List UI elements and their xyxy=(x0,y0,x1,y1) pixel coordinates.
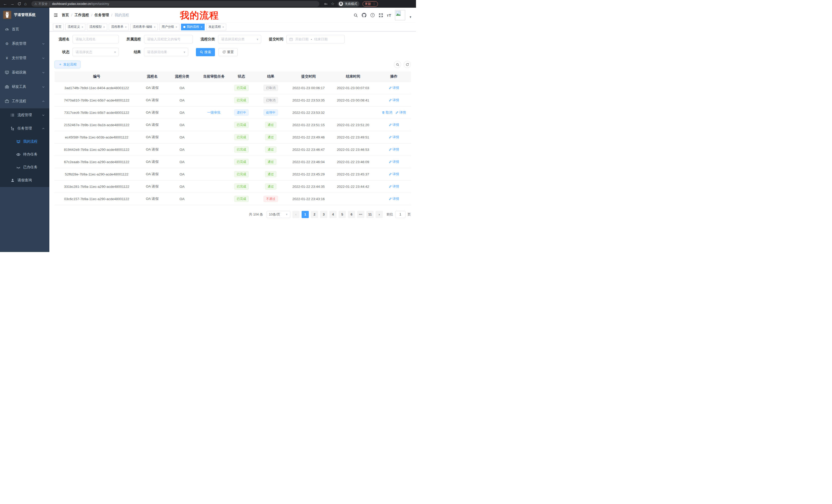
tab-home[interactable]: 首页 xyxy=(53,24,64,30)
detail-link[interactable]: 详情 xyxy=(395,110,406,115)
tab-user-group[interactable]: 用户分组× xyxy=(159,24,179,30)
category-select[interactable]: ▼ xyxy=(218,35,261,44)
prev-page-button[interactable]: ‹ xyxy=(292,211,300,218)
detail-link[interactable]: 详情 xyxy=(389,172,399,176)
submit-time-range-picker[interactable]: 开始日期 - 结束日期 xyxy=(286,35,344,44)
avatar-menu-caret[interactable]: ▼ xyxy=(409,16,412,19)
tags-view-bar: 首页 流程定义× 流程模型× 流程表单× 流程表单-编辑× 用户分组× 我的流程… xyxy=(49,23,416,31)
close-icon[interactable]: × xyxy=(103,25,105,29)
eye-closed-icon xyxy=(16,165,21,170)
toolbox-icon xyxy=(5,85,9,89)
col-header-end-time: 结束时间 xyxy=(329,72,377,82)
browser-reload-button[interactable] xyxy=(18,2,21,6)
tab-process-definition[interactable]: 流程定义× xyxy=(65,24,85,30)
detail-link[interactable]: 详情 xyxy=(389,147,399,152)
status-badge: 已完成 xyxy=(234,85,249,91)
close-icon[interactable]: × xyxy=(125,25,127,29)
close-icon[interactable]: × xyxy=(154,25,155,29)
page-button[interactable]: 6 xyxy=(348,211,355,218)
detail-link[interactable]: 详情 xyxy=(389,98,399,103)
security-indicator[interactable]: ⚠ 不安全 xyxy=(34,2,48,6)
close-icon[interactable]: × xyxy=(176,25,177,29)
search-button[interactable]: 搜索 xyxy=(196,48,215,56)
detail-link[interactable]: 详情 xyxy=(389,122,399,127)
sidebar-item-process-mgmt[interactable]: 流程管理 xyxy=(0,108,49,122)
detail-link[interactable]: 详情 xyxy=(389,184,399,189)
breadcrumb-home[interactable]: 首页 xyxy=(62,13,69,18)
tab-process-form[interactable]: 流程表单× xyxy=(109,24,129,30)
page-button[interactable]: 5 xyxy=(339,211,346,218)
status-select[interactable]: ▼ xyxy=(73,48,119,56)
tab-process-form-edit[interactable]: 流程表单-编辑× xyxy=(130,24,158,30)
eye-icon xyxy=(16,152,21,157)
sidebar-item-infra[interactable]: 基础设施 xyxy=(0,65,49,80)
result-select[interactable]: ▼ xyxy=(144,48,188,56)
browser-forward-button[interactable]: → xyxy=(10,2,15,6)
help-icon[interactable]: ? xyxy=(370,13,375,18)
reset-button[interactable]: 重置 xyxy=(218,48,238,56)
detail-link[interactable]: 详情 xyxy=(389,160,399,164)
sidebar-item-payment[interactable]: ¥ 支付管理 xyxy=(0,51,49,65)
browser-home-button[interactable]: ⌂ xyxy=(24,2,27,6)
password-key-icon[interactable] xyxy=(324,2,328,6)
browser-menu-dots-icon[interactable]: ⋮ xyxy=(372,2,375,6)
active-dot xyxy=(183,26,185,28)
parent-process-input[interactable] xyxy=(144,35,193,44)
page-button[interactable]: 1 xyxy=(302,211,309,218)
goto-page-input[interactable] xyxy=(395,211,406,218)
sidebar-item-system[interactable]: ⚙ 系统管理 xyxy=(0,36,49,51)
detail-link[interactable]: 详情 xyxy=(389,197,399,201)
pen-icon xyxy=(395,111,398,114)
avatar[interactable] xyxy=(395,10,405,20)
tab-start-process[interactable]: 发起流程× xyxy=(206,24,226,30)
sidebar-item-todo-tasks[interactable]: 待办任务 xyxy=(0,148,49,161)
fullscreen-icon[interactable] xyxy=(379,13,383,18)
sidebar-item-leave-query[interactable]: 请假查询 xyxy=(0,174,49,187)
font-size-icon[interactable]: ᴛT xyxy=(387,13,391,18)
pagination: 共 104 条 10条/页▼ ‹ 1 2 3 4 5 6 ••• 11 › 前往… xyxy=(54,211,411,218)
breadcrumb-task-mgmt[interactable]: 任务管理 xyxy=(95,13,109,18)
tab-my-process[interactable]: 我的流程× xyxy=(181,24,204,30)
sidebar-collapse-button[interactable] xyxy=(53,13,58,18)
detail-link[interactable]: 详情 xyxy=(389,86,399,90)
github-icon[interactable] xyxy=(362,13,366,18)
table-row: 7317cec6-7b9b-11ec-b5b7-acde48001122OA 请… xyxy=(54,106,411,119)
sidebar-item-task-mgmt[interactable]: 任务管理 xyxy=(0,122,49,135)
page-button[interactable]: 4 xyxy=(329,211,337,218)
page-button[interactable]: 11 xyxy=(366,211,373,218)
pen-icon xyxy=(389,123,392,127)
close-icon[interactable]: × xyxy=(81,25,83,29)
page-size-select[interactable]: 10条/页▼ xyxy=(267,211,290,218)
next-page-button[interactable]: › xyxy=(375,211,383,218)
tab-process-model[interactable]: 流程模型× xyxy=(87,24,107,30)
pen-icon xyxy=(389,136,392,139)
current-task-link[interactable]: 一级审批 xyxy=(207,110,220,115)
address-bar[interactable]: ⚠ 不安全 dashboard.yudao.iocoder.cn/bpm/tas… xyxy=(31,1,319,7)
start-process-button[interactable]: ＋ 发起流程 xyxy=(54,61,80,68)
app-logo[interactable]: 芋道管理系统 xyxy=(0,8,49,22)
refresh-table-button[interactable] xyxy=(404,61,411,68)
sidebar-item-done-tasks[interactable]: 已办任务 xyxy=(0,161,49,174)
sidebar-item-home[interactable]: 首页 xyxy=(0,22,49,36)
sidebar-item-devtools[interactable]: 研发工具 xyxy=(0,80,49,94)
header-search-icon[interactable] xyxy=(354,13,358,18)
page-ellipsis[interactable]: ••• xyxy=(357,211,364,218)
cancel-link[interactable]: 取消 xyxy=(382,110,392,115)
toggle-search-button[interactable] xyxy=(394,61,401,68)
warning-icon: ⚠ xyxy=(34,2,37,6)
page-button[interactable]: 3 xyxy=(320,211,327,218)
process-name-input[interactable] xyxy=(73,35,119,44)
sidebar-item-workflow[interactable]: 工作流程 xyxy=(0,94,49,108)
detail-link[interactable]: 详情 xyxy=(389,135,399,139)
yen-icon: ¥ xyxy=(5,56,9,60)
sidebar-item-my-process[interactable]: 我的流程 xyxy=(0,135,49,148)
browser-back-button[interactable]: ← xyxy=(3,2,7,6)
close-icon[interactable]: × xyxy=(201,25,202,29)
browser-update-button[interactable]: 更新 ⋮ xyxy=(363,1,378,7)
briefcase-icon xyxy=(5,99,9,103)
table-row: ec45f38f-7b9a-11ec-b03b-acde48001122OA 请… xyxy=(54,131,411,143)
bookmark-star-icon[interactable]: ☆ xyxy=(331,2,335,6)
page-button[interactable]: 2 xyxy=(311,211,318,218)
close-icon[interactable]: × xyxy=(223,25,224,29)
breadcrumb-workflow[interactable]: 工作流程 xyxy=(75,13,89,18)
